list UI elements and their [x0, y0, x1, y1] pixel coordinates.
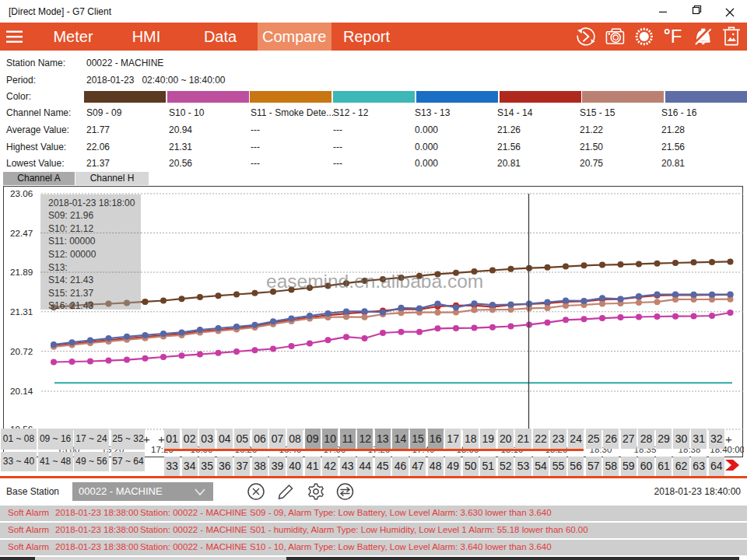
svg-text:F: F	[671, 26, 682, 47]
svg-text:S11: 00000: S11: 00000	[48, 236, 96, 247]
svg-text:2018-01-23 18:18:00: 2018-01-23 18:18:00	[48, 198, 135, 208]
svg-text:23.06: 23.06	[10, 188, 33, 198]
svg-text:S09: 21.96: S09: 21.96	[48, 210, 93, 221]
svg-text:S13:: S13:	[48, 262, 68, 273]
svg-text:S12: 00000: S12: 00000	[48, 249, 96, 260]
svg-text:22.47: 22.47	[10, 228, 33, 238]
svg-text:S16: 21.43: S16: 21.43	[48, 300, 93, 311]
svg-text:S15: 21.37: S15: 21.37	[48, 288, 93, 299]
svg-text:21.89: 21.89	[10, 267, 33, 277]
svg-text:S14: 21.43: S14: 21.43	[48, 275, 93, 285]
svg-text:21.31: 21.31	[10, 306, 33, 317]
svg-text:20.72: 20.72	[10, 346, 33, 356]
svg-text:20.14: 20.14	[10, 386, 33, 396]
svg-text:easemind.en.alibaba.com: easemind.en.alibaba.com	[266, 271, 483, 292]
svg-text:S10: 21.12: S10: 21.12	[48, 223, 93, 234]
